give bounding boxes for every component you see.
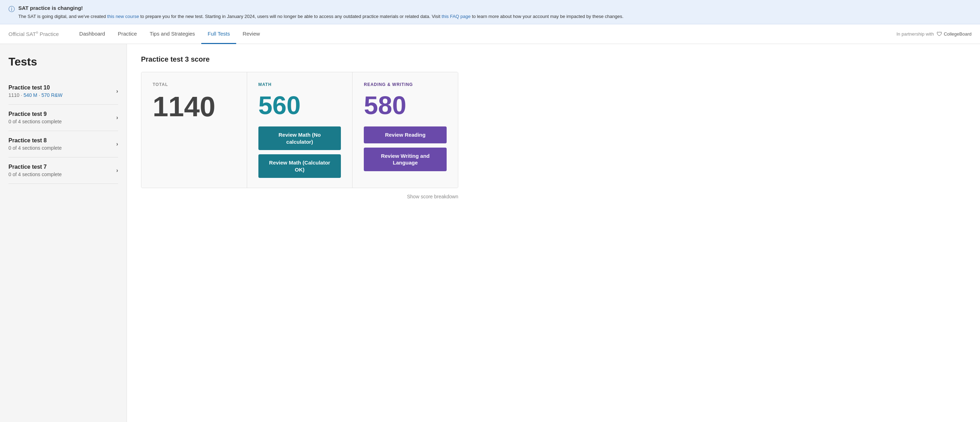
- test-item-10-info: Practice test 10 1110 · 540 M · 570 R&W: [8, 84, 62, 98]
- score-card-rw: READING & WRITING 580 Review Reading Rev…: [353, 72, 458, 188]
- banner-text-before: The SAT is going digital, and we've crea…: [18, 14, 107, 19]
- nav-partner: In partnership with 🛡 CollegeBoard: [896, 31, 972, 37]
- test-item-8[interactable]: Practice test 8 0 of 4 sections complete…: [8, 131, 118, 157]
- math-label: MATH: [258, 82, 341, 87]
- score-cards: TOTAL 1140 MATH 560 Review Math (No calc…: [141, 72, 458, 188]
- test-item-10[interactable]: Practice test 10 1110 · 540 M · 570 R&W …: [8, 78, 118, 105]
- rw-score: 580: [364, 93, 447, 118]
- collegeboard-name: CollegeBoard: [944, 31, 972, 36]
- banner-link-faq[interactable]: this FAQ page: [442, 14, 471, 19]
- banner-link-course[interactable]: this new course: [107, 14, 139, 19]
- banner-text-mid: to prepare you for the new test. Startin…: [139, 14, 441, 19]
- test-item-7-info: Practice test 7 0 of 4 sections complete: [8, 164, 62, 177]
- test-item-7-name: Practice test 7: [8, 164, 62, 170]
- main-layout: Tests Practice test 10 1110 · 540 M · 57…: [0, 44, 980, 422]
- test-item-10-name: Practice test 10: [8, 84, 62, 91]
- sidebar: Tests Practice test 10 1110 · 540 M · 57…: [0, 44, 127, 422]
- test-item-7[interactable]: Practice test 7 0 of 4 sections complete…: [8, 157, 118, 184]
- nav-tips[interactable]: Tips and Strategies: [143, 24, 201, 44]
- math-score: 560: [258, 93, 341, 118]
- rw-review-buttons: Review Reading Review Writing and Langua…: [364, 127, 447, 171]
- test-item-8-info: Practice test 8 0 of 4 sections complete: [8, 137, 62, 151]
- chevron-icon-7: ›: [116, 167, 118, 174]
- review-writing-button[interactable]: Review Writing and Language: [364, 148, 447, 171]
- test-item-9[interactable]: Practice test 9 0 of 4 sections complete…: [8, 105, 118, 131]
- chevron-icon-9: ›: [116, 114, 118, 121]
- score-card-total: TOTAL 1140: [142, 72, 247, 188]
- banner-title: SAT practice is changing!: [18, 4, 624, 12]
- test-item-9-name: Practice test 9: [8, 111, 62, 117]
- test-item-9-sub: 0 of 4 sections complete: [8, 119, 62, 124]
- test-item-9-info: Practice test 9 0 of 4 sections complete: [8, 111, 62, 124]
- collegeboard-logo: 🛡 CollegeBoard: [937, 31, 972, 37]
- total-label: TOTAL: [153, 82, 235, 87]
- nav-full-tests[interactable]: Full Tests: [201, 24, 236, 44]
- nav-review[interactable]: Review: [236, 24, 266, 44]
- announcement-banner: ⓘ SAT practice is changing! The SAT is g…: [0, 0, 980, 24]
- chevron-icon-8: ›: [116, 141, 118, 147]
- review-reading-button[interactable]: Review Reading: [364, 127, 447, 143]
- nav-brand: Official SAT® Practice: [8, 31, 59, 37]
- info-icon: ⓘ: [8, 5, 15, 13]
- show-score-breakdown-link[interactable]: Show score breakdown: [141, 194, 458, 199]
- nav-links: Dashboard Practice Tips and Strategies F…: [73, 24, 896, 44]
- score-card-math: MATH 560 Review Math (No calculator) Rev…: [247, 72, 353, 188]
- sidebar-title: Tests: [8, 55, 118, 68]
- chevron-icon-10: ›: [116, 88, 118, 94]
- main-content: Practice test 3 score TOTAL 1140 MATH 56…: [127, 44, 980, 422]
- total-score: 1140: [153, 93, 235, 121]
- review-math-no-calc-button[interactable]: Review Math (No calculator): [258, 127, 341, 150]
- shield-icon: 🛡: [937, 31, 942, 37]
- math-review-buttons: Review Math (No calculator) Review Math …: [258, 127, 341, 178]
- content-title: Practice test 3 score: [141, 55, 966, 63]
- brand-text: Official SAT® Practice: [8, 31, 59, 37]
- test-item-8-sub: 0 of 4 sections complete: [8, 145, 62, 151]
- test-item-10-sub: 1110 · 540 M · 570 R&W: [8, 92, 62, 98]
- review-math-calc-button[interactable]: Review Math (Calculator OK): [258, 154, 341, 178]
- banner-text-end: to learn more about how your account may…: [471, 14, 624, 19]
- main-nav: Official SAT® Practice Dashboard Practic…: [0, 24, 980, 44]
- nav-dashboard[interactable]: Dashboard: [73, 24, 111, 44]
- banner-content: SAT practice is changing! The SAT is goi…: [18, 4, 624, 20]
- nav-practice[interactable]: Practice: [111, 24, 143, 44]
- rw-label: READING & WRITING: [364, 82, 447, 87]
- test-item-8-name: Practice test 8: [8, 137, 62, 144]
- partner-text: In partnership with: [896, 31, 934, 36]
- test-item-7-sub: 0 of 4 sections complete: [8, 171, 62, 177]
